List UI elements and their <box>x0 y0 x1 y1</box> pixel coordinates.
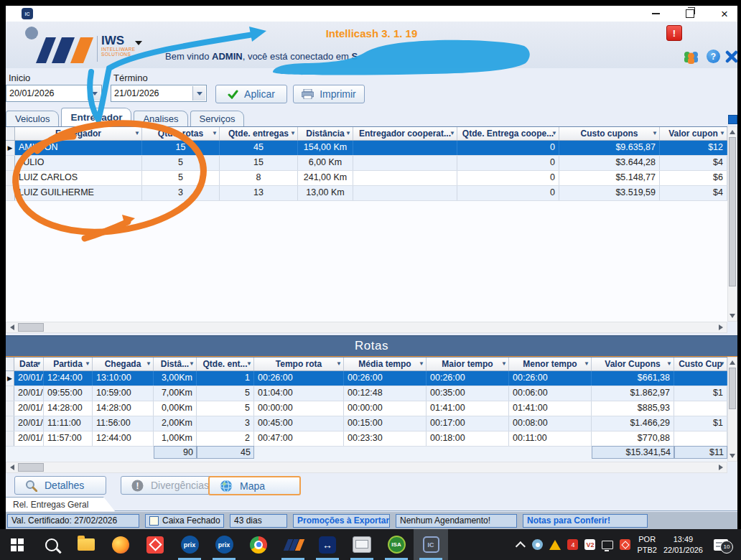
tray-remote-icon[interactable] <box>620 539 630 550</box>
sort-dropdown-icon[interactable]: ▼ <box>719 130 725 136</box>
column-header[interactable]: Distâ...▼ <box>154 358 197 370</box>
column-header[interactable]: Maior tempo▼ <box>427 358 509 370</box>
sort-dropdown-icon[interactable]: ▼ <box>419 360 424 367</box>
column-header[interactable]: Entregador cooperat...▼ <box>353 127 457 140</box>
sort-dropdown-icon[interactable]: ▼ <box>584 360 589 367</box>
status-panel[interactable]: Caixa Fechado <box>145 514 224 528</box>
taskbar-firefox[interactable] <box>103 529 138 560</box>
column-header[interactable]: Data▼ <box>14 358 44 370</box>
tray-clock[interactable]: 13:4922/01/2026 <box>663 534 703 555</box>
grid-settings-button[interactable] <box>728 115 737 124</box>
taskbar-anydesk[interactable] <box>138 529 172 560</box>
column-header[interactable]: Valor Cupons▼ <box>592 358 674 370</box>
minimize-button[interactable] <box>645 6 666 22</box>
taskbar-prix-2[interactable]: prix <box>207 529 241 560</box>
sort-dropdown-icon[interactable]: ▼ <box>146 360 152 367</box>
mapa-button[interactable]: Mapa <box>208 476 301 495</box>
taskbar-search-button[interactable] <box>34 529 69 560</box>
table-row[interactable]: 20/01/214:28:0014:28:000,00Km500:00:0000… <box>6 401 727 416</box>
column-header[interactable]: Qtde. ent...▼ <box>197 358 254 370</box>
taskbar-iws[interactable] <box>276 529 310 560</box>
sort-dropdown-icon[interactable]: ▼ <box>212 130 218 136</box>
detalhes-button[interactable]: Detalhes <box>14 476 106 495</box>
tray-drive-icon[interactable] <box>549 540 561 550</box>
sort-dropdown-icon[interactable]: ▼ <box>652 130 658 136</box>
chevron-down-icon[interactable] <box>135 41 142 45</box>
status-panel[interactable]: Nenhum Agendamento! <box>396 514 517 528</box>
maximize-button[interactable] <box>679 6 701 22</box>
inicio-dropdown-icon[interactable] <box>88 86 101 101</box>
tab-entregador[interactable]: Entregador <box>61 108 131 126</box>
column-header[interactable]: Valor cupon▼ <box>660 127 727 140</box>
column-header[interactable]: Partida▼ <box>44 358 93 370</box>
tab-veiculos[interactable]: Veiculos <box>6 111 59 126</box>
alert-icon[interactable]: ! <box>666 25 682 41</box>
taskbar-start-button[interactable] <box>0 529 34 560</box>
taskbar-file-explorer[interactable] <box>69 529 103 560</box>
tray-red-badge-icon[interactable]: 4 <box>567 539 578 550</box>
sort-dropdown-icon[interactable]: ▼ <box>85 360 90 367</box>
sort-dropdown-icon[interactable]: ▼ <box>246 360 252 367</box>
notifications-icon[interactable]: 10 <box>714 539 728 551</box>
tray-expand-icon[interactable] <box>516 541 526 551</box>
column-header[interactable]: Menor tempo▼ <box>509 358 592 370</box>
grid1-horizontal-scrollbar[interactable] <box>6 322 727 333</box>
table-row[interactable]: LUIZ CARLOS58241,00 Km0$5.148,77$6 <box>6 171 727 186</box>
sort-dropdown-icon[interactable]: ▼ <box>336 360 342 367</box>
column-header[interactable]: Qtde. Entrega coope...▼ <box>457 127 559 140</box>
help-icon[interactable]: ? <box>707 50 720 63</box>
termino-dropdown-icon[interactable] <box>192 86 205 101</box>
column-header[interactable]: Chegada▼ <box>93 358 154 370</box>
report-tab[interactable]: Rel. Entregas Geral <box>6 497 115 511</box>
column-header[interactable]: Entregador▼ <box>15 127 142 140</box>
status-panel[interactable]: 43 dias <box>230 514 287 528</box>
taskbar-chrome[interactable] <box>241 529 276 560</box>
exit-icon[interactable] <box>725 50 738 63</box>
column-header[interactable]: Custo cupons▼ <box>559 127 660 140</box>
sort-dropdown-icon[interactable]: ▼ <box>345 130 351 136</box>
sort-dropdown-icon[interactable]: ▼ <box>449 130 455 136</box>
sort-dropdown-icon[interactable]: ▼ <box>189 360 195 367</box>
column-header[interactable]: Qtde. entregas▼ <box>220 127 298 140</box>
table-row[interactable]: 20/01/209:55:0010:59:007,00Km501:04:0000… <box>6 386 727 401</box>
column-header[interactable]: Tempo rota▼ <box>254 358 344 370</box>
tray-network-icon[interactable] <box>602 541 613 549</box>
column-header[interactable]: Custo Cup▼ <box>674 358 727 370</box>
status-panel[interactable]: Notas para Conferir! <box>523 514 648 528</box>
sort-dropdown-icon[interactable]: ▼ <box>719 360 725 367</box>
table-row[interactable]: 20/01/211:57:0012:44:001,00Km200:47:0000… <box>6 431 727 447</box>
aplicar-button[interactable]: Aplicar <box>215 85 287 103</box>
sort-dropdown-icon[interactable]: ▼ <box>666 360 672 367</box>
users-icon[interactable] <box>682 50 701 64</box>
column-header[interactable]: Qtde. rotas▼ <box>142 127 220 140</box>
caixa-fechado-checkbox[interactable] <box>149 516 159 526</box>
table-row[interactable]: 20/01/211:11:0011:56:002,00Km300:45:0000… <box>6 416 727 431</box>
tab-analises[interactable]: Analises <box>134 111 187 126</box>
column-header[interactable]: Média tempo▼ <box>344 358 427 370</box>
taskbar-intellicash[interactable]: IC <box>414 529 448 560</box>
close-button[interactable]: × <box>714 6 735 22</box>
inicio-date-input[interactable]: 20/01/2026 <box>6 85 102 102</box>
status-panel[interactable]: Val. Certificado: 27/02/2026 <box>7 514 139 528</box>
tray-camera-icon[interactable] <box>532 539 543 550</box>
imprimir-button[interactable]: Imprimir <box>293 85 365 103</box>
table-row[interactable]: JULIO5156,00 Km0$3.644,28$4 <box>6 156 727 171</box>
sort-dropdown-icon[interactable]: ▼ <box>290 130 296 136</box>
grid2-vertical-scrollbar[interactable] <box>727 357 737 462</box>
termino-date-input[interactable]: 21/01/2026 <box>111 85 207 102</box>
status-panel[interactable]: Promoções à Exportar! <box>293 514 390 528</box>
grid1-vertical-scrollbar[interactable] <box>727 126 737 322</box>
grid2-horizontal-scrollbar[interactable] <box>6 462 727 473</box>
sort-dropdown-icon[interactable]: ▼ <box>36 360 42 367</box>
taskbar-isa[interactable]: ISA <box>379 529 414 560</box>
table-row[interactable]: LUIZ GUILHERME31313,00 Km0$3.519,59$4 <box>6 186 727 201</box>
column-header[interactable]: Distância▼ <box>298 127 353 140</box>
taskbar-photos[interactable] <box>345 529 379 560</box>
sort-dropdown-icon[interactable]: ▼ <box>501 360 507 367</box>
tray-v2-icon[interactable]: V2 <box>584 539 595 550</box>
sort-dropdown-icon[interactable]: ▼ <box>134 130 140 136</box>
sort-dropdown-icon[interactable]: ▼ <box>551 130 557 136</box>
tab-serviços[interactable]: Serviços <box>190 111 245 126</box>
table-row[interactable]: ▶AMILTON1545154,00 Km0$9.635,87$12 <box>6 141 727 156</box>
taskbar-teamviewer[interactable]: ↔ <box>310 529 345 560</box>
